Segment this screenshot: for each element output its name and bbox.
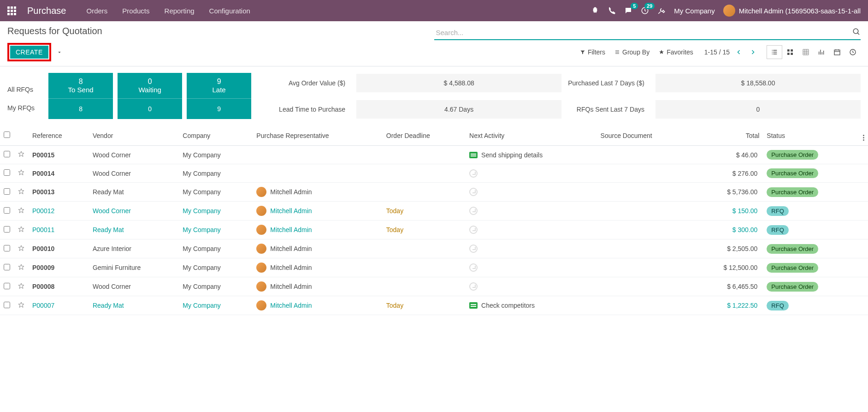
- avg-order-label: Avg Order Value ($): [279, 79, 350, 87]
- favorite-star-icon[interactable]: [18, 226, 25, 233]
- lead-time-label: Lead Time to Purchase: [279, 106, 350, 113]
- nav-orders[interactable]: Orders: [87, 7, 108, 15]
- view-list-button[interactable]: [767, 45, 782, 59]
- tile-waiting-my[interactable]: 0: [118, 99, 182, 119]
- favorite-star-icon[interactable]: [18, 301, 25, 309]
- all-rfqs-label[interactable]: All RFQs: [7, 86, 35, 93]
- app-title[interactable]: Purchase: [27, 6, 66, 16]
- row-checkbox[interactable]: [4, 283, 10, 289]
- activity-clock-icon[interactable]: [469, 282, 478, 291]
- row-checkbox[interactable]: [4, 207, 10, 214]
- col-company[interactable]: Company: [179, 125, 253, 146]
- view-activity-button[interactable]: [845, 45, 861, 59]
- tile-late-my[interactable]: 9: [187, 99, 251, 119]
- rep-name: Mitchell Admin: [270, 207, 312, 215]
- activity-clock-icon[interactable]: [469, 188, 478, 196]
- favorite-star-icon[interactable]: [18, 282, 25, 290]
- table-row[interactable]: P00013 Ready Mat My Company Mitchell Adm…: [0, 183, 868, 202]
- graph-view-icon: [818, 48, 825, 56]
- favorite-star-icon[interactable]: [18, 263, 25, 271]
- cell-reference[interactable]: P00009: [32, 264, 54, 271]
- row-checkbox[interactable]: [4, 169, 10, 176]
- col-options-icon[interactable]: [863, 135, 864, 141]
- row-checkbox[interactable]: [4, 245, 10, 251]
- col-vendor[interactable]: Vendor: [89, 125, 179, 146]
- search-icon[interactable]: [852, 28, 861, 36]
- user-menu[interactable]: Mitchell Admin (15695063-saas-15-1-all: [723, 5, 861, 17]
- view-kanban-button[interactable]: [782, 45, 798, 59]
- rep-name: Mitchell Admin: [270, 188, 312, 196]
- filters-button[interactable]: Filters: [580, 48, 605, 56]
- table-row[interactable]: P00010 Azure Interior My Company Mitchel…: [0, 239, 868, 258]
- activity-list-icon[interactable]: [469, 302, 478, 309]
- favorite-star-icon[interactable]: [18, 169, 25, 176]
- col-rep[interactable]: Purchase Representative: [253, 125, 382, 146]
- pager-next-icon[interactable]: [750, 49, 756, 55]
- table-row[interactable]: P00011 Ready Mat My Company Mitchell Adm…: [0, 221, 868, 239]
- row-checkbox[interactable]: [4, 226, 10, 233]
- favorite-star-icon[interactable]: [18, 207, 25, 214]
- cell-reference[interactable]: P00013: [32, 188, 54, 196]
- row-checkbox[interactable]: [4, 302, 10, 308]
- favorites-button[interactable]: Favorites: [659, 48, 693, 56]
- apps-menu-icon[interactable]: [7, 6, 16, 15]
- nav-configuration[interactable]: Configuration: [209, 7, 250, 15]
- cell-reference[interactable]: P00011: [32, 226, 54, 233]
- tile-late-all[interactable]: 9 Late: [187, 73, 251, 99]
- table-row[interactable]: P00009 Gemini Furniture My Company Mitch…: [0, 258, 868, 277]
- col-source[interactable]: Source Document: [597, 125, 693, 146]
- select-all-checkbox[interactable]: [4, 131, 10, 138]
- cell-total: $ 300.00: [732, 226, 758, 233]
- view-graph-button[interactable]: [814, 45, 829, 59]
- my-rfqs-label[interactable]: My RFQs: [7, 104, 35, 112]
- table-row[interactable]: P00012 Wood Corner My Company Mitchell A…: [0, 202, 868, 221]
- groupby-button[interactable]: Group By: [614, 48, 650, 56]
- activity-clock-icon[interactable]: [469, 226, 478, 234]
- activity-clock-icon[interactable]: [469, 207, 478, 215]
- col-deadline[interactable]: Order Deadline: [383, 125, 466, 146]
- activity-clock-icon[interactable]: [469, 169, 478, 178]
- tile-waiting-all[interactable]: 0 Waiting: [118, 73, 182, 99]
- tools-icon[interactable]: [657, 6, 666, 15]
- view-calendar-button[interactable]: [829, 45, 845, 59]
- activities-button[interactable]: 29: [641, 6, 649, 15]
- tile-to-send-all[interactable]: 8 To Send: [48, 73, 113, 99]
- row-checkbox[interactable]: [4, 264, 10, 270]
- table-row[interactable]: P00014 Wood Corner My Company $ 276.00 P…: [0, 164, 868, 183]
- activity-clock-icon[interactable]: [469, 245, 478, 253]
- table-row[interactable]: P00007 Ready Mat My Company Mitchell Adm…: [0, 296, 868, 315]
- col-status[interactable]: Status: [763, 125, 859, 146]
- messages-button[interactable]: 5: [624, 6, 632, 15]
- activity-list-icon[interactable]: [469, 152, 478, 158]
- col-total[interactable]: Total: [693, 125, 763, 146]
- activity-clock-icon[interactable]: [469, 263, 478, 272]
- view-pivot-button[interactable]: [798, 45, 814, 59]
- favorite-star-icon[interactable]: [18, 188, 25, 195]
- favorite-star-icon[interactable]: [18, 150, 25, 158]
- table-row[interactable]: P00008 Wood Corner My Company Mitchell A…: [0, 277, 868, 296]
- cell-reference[interactable]: P00012: [32, 207, 54, 215]
- col-activity[interactable]: Next Activity: [466, 125, 597, 146]
- pager-text[interactable]: 1-15 / 15: [704, 48, 730, 56]
- cell-reference[interactable]: P00015: [32, 151, 54, 159]
- nav-reporting[interactable]: Reporting: [165, 7, 195, 15]
- cell-deadline: [383, 258, 466, 277]
- bug-icon[interactable]: [591, 6, 599, 15]
- company-selector[interactable]: My Company: [674, 7, 714, 15]
- table-row[interactable]: P00015 Wood Corner My Company Send shipp…: [0, 146, 868, 164]
- row-checkbox[interactable]: [4, 151, 10, 157]
- pager-prev-icon[interactable]: [736, 49, 742, 55]
- download-icon[interactable]: [56, 48, 63, 56]
- phone-icon[interactable]: [608, 6, 616, 15]
- cell-reference[interactable]: P00007: [32, 302, 54, 309]
- tile-to-send-my[interactable]: 8: [48, 99, 113, 119]
- nav-products[interactable]: Products: [122, 7, 149, 15]
- create-button[interactable]: CREATE: [10, 46, 48, 59]
- cell-reference[interactable]: P00010: [32, 245, 54, 252]
- row-checkbox[interactable]: [4, 188, 10, 195]
- col-reference[interactable]: Reference: [29, 125, 89, 146]
- favorite-star-icon[interactable]: [18, 245, 25, 252]
- search-input[interactable]: [434, 26, 861, 40]
- cell-reference[interactable]: P00014: [32, 170, 54, 177]
- cell-reference[interactable]: P00008: [32, 283, 54, 290]
